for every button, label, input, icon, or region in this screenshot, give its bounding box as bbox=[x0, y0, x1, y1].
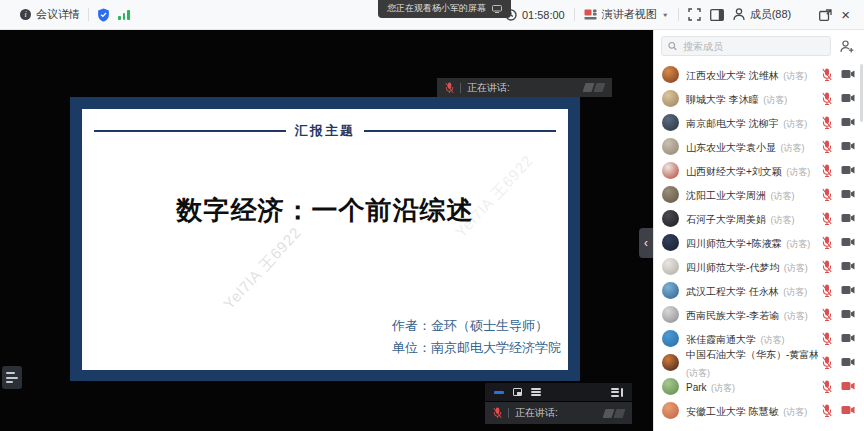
scrollbar-thumb[interactable] bbox=[860, 64, 863, 122]
avatar bbox=[662, 138, 679, 155]
mic-muted-icon[interactable] bbox=[822, 332, 832, 345]
avatar bbox=[662, 378, 679, 395]
member-row[interactable]: 安徽工业大学 陈慧敏 (访客) bbox=[654, 398, 864, 422]
collapse-panel-handle[interactable]: ‹ bbox=[639, 228, 653, 258]
search-box[interactable] bbox=[661, 36, 831, 56]
mic-muted-icon[interactable] bbox=[822, 260, 832, 273]
mic-muted-icon[interactable] bbox=[822, 284, 832, 297]
camera-icon[interactable] bbox=[841, 309, 855, 319]
network-signal-icon[interactable] bbox=[118, 9, 130, 20]
members-button[interactable]: 成员(88) bbox=[733, 7, 792, 22]
agenda-tab-button[interactable] bbox=[2, 366, 22, 389]
mic-muted-icon[interactable] bbox=[822, 164, 832, 177]
topic-header-text: 汇报主题 bbox=[295, 122, 355, 140]
mic-muted-icon[interactable] bbox=[822, 188, 832, 201]
member-name: 石河子大学周美娟 bbox=[686, 214, 766, 225]
camera-icon[interactable] bbox=[841, 381, 855, 391]
security-shield-icon[interactable] bbox=[97, 8, 110, 22]
member-list[interactable]: 江西农业大学 沈维林 (访客) 聊城大学 李沐瞳 (访客) bbox=[654, 62, 864, 431]
mic-muted-icon bbox=[493, 407, 502, 419]
view-mode-label: 演讲者视图 bbox=[602, 7, 657, 22]
member-role: (访客) bbox=[711, 383, 735, 393]
minimize-icon[interactable] bbox=[494, 391, 504, 394]
member-row[interactable]: Park (访客) bbox=[654, 374, 864, 398]
avatar bbox=[662, 114, 679, 131]
meeting-details-button[interactable]: i 会议详情 bbox=[20, 7, 80, 22]
member-role: (访客) bbox=[780, 143, 804, 153]
member-row[interactable]: 山西财经大学+刘文颖 (访客) bbox=[654, 158, 864, 182]
member-name: 山西财经大学+刘文颖 bbox=[686, 166, 782, 177]
mic-muted-icon[interactable] bbox=[822, 116, 832, 129]
camera-icon[interactable] bbox=[841, 69, 855, 79]
camera-icon[interactable] bbox=[841, 285, 855, 295]
mic-muted-icon[interactable] bbox=[822, 380, 832, 393]
member-name: 武汉工程大学 任永林 bbox=[686, 286, 779, 297]
camera-icon[interactable] bbox=[841, 141, 855, 151]
member-row[interactable]: 石河子大学周美娟 (访客) bbox=[654, 206, 864, 230]
camera-icon[interactable] bbox=[841, 213, 855, 223]
member-row[interactable]: 沈阳工业大学周洲 (访客) bbox=[654, 182, 864, 206]
mic-muted-icon[interactable] bbox=[822, 68, 832, 81]
popout-panel-icon[interactable] bbox=[819, 9, 832, 21]
member-name: 聊城大学 李沐瞳 bbox=[686, 94, 759, 105]
slide-topic-header: 汇报主题 bbox=[94, 122, 556, 140]
member-name: 安徽工业大学 陈慧敏 bbox=[686, 406, 779, 417]
mic-muted-icon[interactable] bbox=[822, 356, 832, 369]
member-row[interactable]: 四川师范大学-代梦均 (访客) bbox=[654, 254, 864, 278]
member-row[interactable]: 中国石油大学（华东）-黄富林 (访客) bbox=[654, 350, 864, 374]
member-role: (访客) bbox=[770, 215, 794, 225]
logo-watermark-icon bbox=[584, 83, 604, 92]
divider bbox=[574, 8, 575, 21]
watermark: Yel7lA 王6922 bbox=[220, 223, 306, 313]
member-row[interactable]: 西南民族大学-李若谕 (访客) bbox=[654, 302, 864, 326]
member-name: 沈阳工业大学周洲 bbox=[686, 190, 766, 201]
toggle-video-strip-icon[interactable] bbox=[611, 388, 623, 397]
share-control-bar bbox=[485, 383, 632, 401]
camera-icon[interactable] bbox=[841, 357, 855, 367]
fullscreen-icon[interactable] bbox=[688, 8, 701, 21]
camera-icon[interactable] bbox=[841, 333, 855, 343]
restore-window-icon[interactable] bbox=[513, 388, 522, 396]
member-row[interactable]: 四川师范大学+陈液霖 (访客) bbox=[654, 230, 864, 254]
member-role: (访客) bbox=[783, 119, 807, 129]
camera-icon[interactable] bbox=[841, 261, 855, 271]
divider bbox=[460, 83, 461, 93]
camera-icon[interactable] bbox=[841, 165, 855, 175]
search-input[interactable] bbox=[681, 40, 824, 53]
screen-share-area: 正在讲话: Yel7lA 王6922 Yel7lA 王6922 汇报主题 数字经… bbox=[0, 30, 653, 431]
side-panel-icon[interactable] bbox=[710, 9, 724, 21]
camera-icon[interactable] bbox=[841, 93, 855, 103]
speaking-label: 正在讲话: bbox=[467, 81, 510, 95]
mic-muted-icon[interactable] bbox=[822, 140, 832, 153]
mic-muted-icon[interactable] bbox=[822, 404, 832, 417]
view-mode-selector[interactable]: 演讲者视图 ▼ bbox=[584, 7, 669, 22]
add-member-button[interactable] bbox=[836, 36, 858, 56]
meeting-details-label: 会议详情 bbox=[36, 7, 80, 22]
screen-options-icon[interactable] bbox=[492, 5, 502, 13]
camera-icon[interactable] bbox=[841, 117, 855, 127]
mic-muted-icon[interactable] bbox=[822, 92, 832, 105]
affiliation-line: 单位：南京邮电大学经济学院 bbox=[392, 337, 561, 359]
avatar bbox=[662, 90, 679, 107]
watching-screen-toast[interactable]: 您正在观看杨小军的屏幕 bbox=[378, 0, 511, 18]
avatar bbox=[662, 402, 679, 419]
grid-view-icon[interactable] bbox=[531, 388, 541, 396]
avatar bbox=[662, 66, 679, 83]
member-row[interactable]: 武汉工程大学 任永林 (访客) bbox=[654, 278, 864, 302]
camera-icon[interactable] bbox=[841, 237, 855, 247]
info-icon: i bbox=[20, 9, 31, 20]
close-panel-icon[interactable]: × bbox=[841, 7, 850, 22]
member-icon bbox=[733, 8, 745, 21]
member-row[interactable]: 江西农业大学 沈维林 (访客) bbox=[654, 62, 864, 86]
member-row[interactable]: 山东农业大学袁小显 (访客) bbox=[654, 134, 864, 158]
member-role: (访客) bbox=[783, 71, 807, 81]
mic-muted-icon[interactable] bbox=[822, 236, 832, 249]
mic-muted-icon[interactable] bbox=[822, 212, 832, 225]
meeting-window: 您正在观看杨小军的屏幕 i 会议详情 0 bbox=[0, 0, 864, 431]
speaking-label: 正在讲话: bbox=[515, 406, 558, 420]
camera-icon[interactable] bbox=[841, 189, 855, 199]
mic-muted-icon[interactable] bbox=[822, 308, 832, 321]
member-row[interactable]: 南京邮电大学 沈柳宇 (访客) bbox=[654, 110, 864, 134]
camera-icon[interactable] bbox=[841, 405, 855, 415]
member-row[interactable]: 聊城大学 李沐瞳 (访客) bbox=[654, 86, 864, 110]
